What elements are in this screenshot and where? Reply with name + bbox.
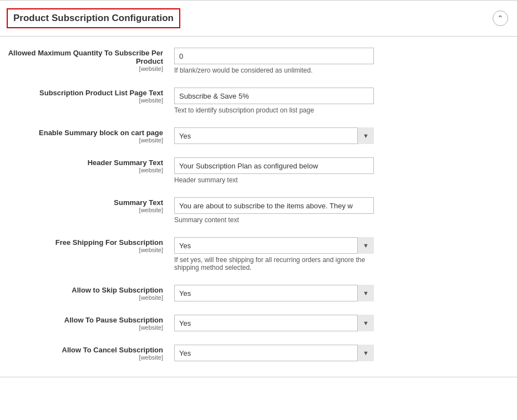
- page-container: Product Subscription Configuration ⌃ All…: [0, 0, 517, 420]
- label-cell-allow-cancel: Allow To Cancel Subscription[website]: [0, 338, 172, 368]
- field-scope-max-qty: [website]: [4, 65, 163, 72]
- config-row: Allow To Pause Subscription[website]YesN…: [0, 308, 517, 338]
- collapse-button[interactable]: ⌃: [493, 11, 508, 26]
- section-title: Product Subscription Configuration: [7, 8, 180, 28]
- section-header: Product Subscription Configuration ⌃: [0, 0, 517, 37]
- config-content: Allowed Maximum Quantity To Subscribe Pe…: [0, 37, 517, 372]
- text-input-header-summary-text[interactable]: [174, 157, 374, 174]
- select-wrapper-allow-pause: YesNo▼: [174, 315, 374, 331]
- select-allow-skip[interactable]: YesNo: [174, 285, 374, 301]
- select-wrapper-allow-cancel: YesNo▼: [174, 345, 374, 361]
- field-cell-allow-cancel: YesNo▼: [172, 338, 517, 368]
- field-label-free-shipping: Free Shipping For Subscription: [4, 238, 163, 247]
- select-allow-pause[interactable]: YesNo: [174, 315, 374, 331]
- field-cell-max-qty: If blank/zero would be considered as unl…: [172, 41, 517, 81]
- config-row: Free Shipping For Subscription[website]Y…: [0, 231, 517, 278]
- select-summary-block[interactable]: YesNo: [174, 127, 374, 144]
- config-row: Allowed Maximum Quantity To Subscribe Pe…: [0, 41, 517, 81]
- field-label-summary-block: Enable Summary block on cart page: [4, 129, 163, 137]
- config-row: Subscription Product List Page Text[webs…: [0, 81, 517, 121]
- label-cell-allow-skip: Allow to Skip Subscription[website]: [0, 278, 172, 308]
- field-cell-summary-text: Summary content text: [172, 191, 517, 231]
- field-scope-summary-text: [website]: [4, 207, 163, 213]
- config-table: Allowed Maximum Quantity To Subscribe Pe…: [0, 41, 517, 368]
- select-wrapper-summary-block: YesNo▼: [174, 127, 374, 144]
- label-cell-summary-text: Summary Text[website]: [0, 191, 172, 231]
- field-scope-list-page-text: [website]: [4, 97, 163, 104]
- field-hint-header-summary-text: Header summary text: [174, 176, 374, 184]
- field-hint-max-qty: If blank/zero would be considered as unl…: [174, 66, 374, 74]
- label-cell-free-shipping: Free Shipping For Subscription[website]: [0, 231, 172, 278]
- field-label-summary-text: Summary Text: [4, 198, 163, 207]
- label-cell-header-summary-text: Header Summary Text[website]: [0, 151, 172, 191]
- config-row: Allow To Cancel Subscription[website]Yes…: [0, 338, 517, 368]
- config-row: Enable Summary block on cart page[websit…: [0, 121, 517, 151]
- config-row: Header Summary Text[website]Header summa…: [0, 151, 517, 191]
- field-label-list-page-text: Subscription Product List Page Text: [4, 89, 163, 97]
- field-label-max-qty: Allowed Maximum Quantity To Subscribe Pe…: [4, 49, 163, 65]
- field-label-allow-skip: Allow to Skip Subscription: [4, 286, 163, 294]
- label-cell-allow-pause: Allow To Pause Subscription[website]: [0, 308, 172, 338]
- field-cell-allow-skip: YesNo▼: [172, 278, 517, 308]
- field-hint-free-shipping: If set yes, will free shipping for all r…: [174, 256, 374, 272]
- field-scope-summary-block: [website]: [4, 137, 163, 144]
- text-input-summary-text[interactable]: [174, 197, 374, 214]
- field-label-header-summary-text: Header Summary Text: [4, 158, 163, 167]
- label-cell-summary-block: Enable Summary block on cart page[websit…: [0, 121, 172, 151]
- field-scope-allow-pause: [website]: [4, 324, 163, 331]
- select-free-shipping[interactable]: YesNo: [174, 237, 374, 254]
- field-cell-header-summary-text: Header summary text: [172, 151, 517, 191]
- field-scope-allow-cancel: [website]: [4, 354, 163, 361]
- field-scope-header-summary-text: [website]: [4, 167, 163, 173]
- section-footer: [0, 377, 517, 377]
- field-hint-list-page-text: Text to identify subscription product on…: [174, 106, 374, 114]
- config-row: Summary Text[website]Summary content tex…: [0, 191, 517, 231]
- field-scope-free-shipping: [website]: [4, 247, 163, 253]
- config-row: Allow to Skip Subscription[website]YesNo…: [0, 278, 517, 308]
- field-cell-list-page-text: Text to identify subscription product on…: [172, 81, 517, 121]
- select-allow-cancel[interactable]: YesNo: [174, 345, 374, 361]
- label-cell-max-qty: Allowed Maximum Quantity To Subscribe Pe…: [0, 41, 172, 81]
- field-cell-allow-pause: YesNo▼: [172, 308, 517, 338]
- field-scope-allow-skip: [website]: [4, 294, 163, 301]
- field-cell-free-shipping: YesNo▼If set yes, will free shipping for…: [172, 231, 517, 278]
- field-label-allow-pause: Allow To Pause Subscription: [4, 316, 163, 324]
- select-wrapper-allow-skip: YesNo▼: [174, 285, 374, 301]
- field-label-allow-cancel: Allow To Cancel Subscription: [4, 346, 163, 354]
- field-hint-summary-text: Summary content text: [174, 216, 374, 224]
- label-cell-list-page-text: Subscription Product List Page Text[webs…: [0, 81, 172, 121]
- select-wrapper-free-shipping: YesNo▼: [174, 237, 374, 254]
- field-cell-summary-block: YesNo▼: [172, 121, 517, 151]
- text-input-list-page-text[interactable]: [174, 88, 374, 104]
- text-input-max-qty[interactable]: [174, 48, 374, 64]
